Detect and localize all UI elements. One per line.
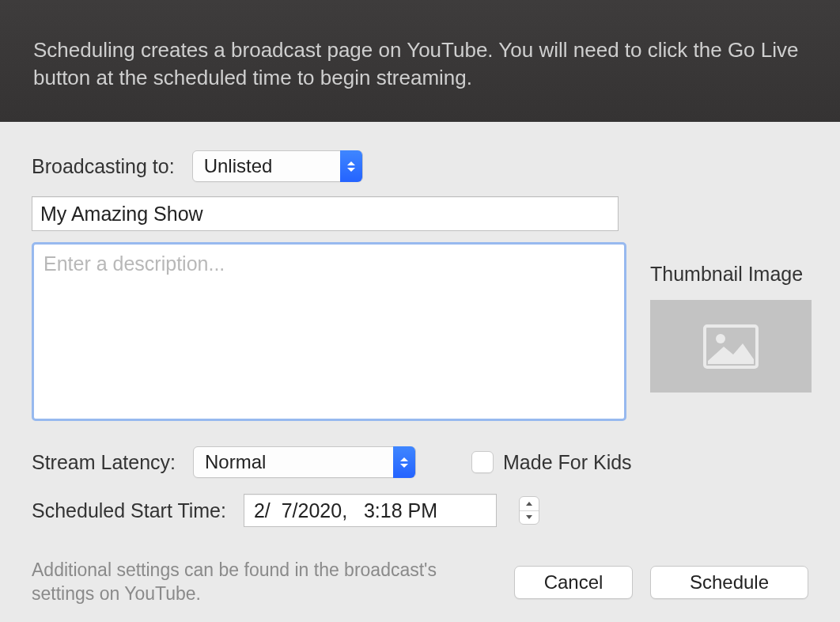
- broadcasting-label: Broadcasting to:: [32, 155, 175, 178]
- scheduled-row: Scheduled Start Time:: [32, 494, 808, 527]
- broadcasting-row: Broadcasting to: Unlisted: [32, 150, 808, 182]
- chevron-updown-icon: [340, 150, 362, 182]
- image-placeholder-icon: [703, 324, 759, 369]
- made-for-kids-checkbox[interactable]: [471, 451, 494, 473]
- chevron-updown-icon: [393, 446, 415, 478]
- svg-point-1: [716, 334, 725, 343]
- description-field-focus-ring: [32, 242, 626, 421]
- scheduled-label: Scheduled Start Time:: [32, 499, 226, 522]
- latency-value: Normal: [205, 451, 266, 473]
- made-for-kids-label: Made For Kids: [503, 451, 632, 474]
- made-for-kids-group: Made For Kids: [471, 451, 632, 474]
- footer: Additional settings can be found in the …: [32, 559, 808, 606]
- broadcasting-select[interactable]: Unlisted: [192, 150, 363, 182]
- stepper-up-icon: [520, 497, 539, 510]
- thumbnail-placeholder[interactable]: [650, 300, 812, 393]
- latency-select[interactable]: Normal: [193, 446, 416, 478]
- thumbnail-section: Thumbnail Image: [650, 263, 812, 393]
- footer-note: Additional settings can be found in the …: [32, 559, 459, 606]
- schedule-button[interactable]: Schedule: [650, 566, 808, 599]
- time-stepper[interactable]: [519, 496, 539, 525]
- button-group: Cancel Schedule: [514, 566, 808, 599]
- header-message: Scheduling creates a broadcast page on Y…: [33, 38, 798, 89]
- thumbnail-label: Thumbnail Image: [650, 263, 812, 286]
- stepper-down-icon: [520, 510, 539, 525]
- latency-row: Stream Latency: Normal Made For Kids: [32, 446, 808, 478]
- description-textarea[interactable]: [36, 246, 622, 417]
- form-content: Broadcasting to: Unlisted Thumbnail Imag…: [0, 122, 840, 622]
- title-input[interactable]: [32, 196, 619, 231]
- cancel-button[interactable]: Cancel: [514, 566, 633, 599]
- scheduled-time-input[interactable]: [244, 494, 497, 527]
- header-info: Scheduling creates a broadcast page on Y…: [0, 0, 840, 122]
- broadcasting-value: Unlisted: [204, 155, 273, 177]
- latency-label: Stream Latency:: [32, 451, 176, 474]
